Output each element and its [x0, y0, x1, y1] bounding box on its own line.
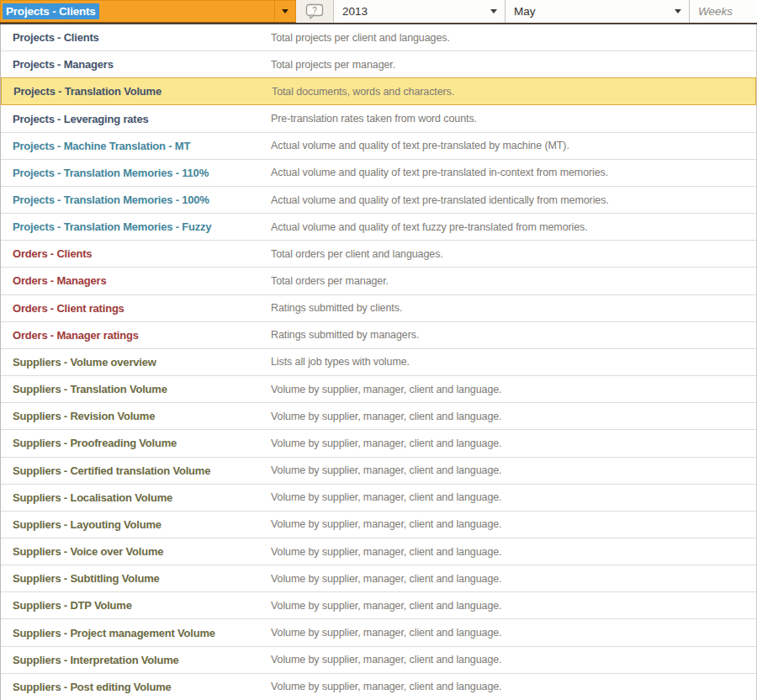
report-name: Suppliers - Certified translation Volume [1, 464, 271, 477]
report-name: Suppliers - Localisation Volume [1, 491, 271, 504]
report-name: Suppliers - Proofreading Volume [1, 437, 271, 449]
report-row[interactable]: Suppliers - DTP VolumeVolume by supplier… [1, 591, 756, 618]
help-balloon-icon: ? [305, 3, 324, 20]
report-name: Suppliers - Project management Volume [1, 627, 271, 639]
report-row[interactable]: Suppliers - Proofreading VolumeVolume by… [1, 429, 756, 456]
report-row[interactable]: Suppliers - Volume overviewLists all job… [1, 348, 756, 375]
report-row[interactable]: Projects - Translation Memories - 100%Ac… [1, 186, 756, 213]
report-row[interactable]: Orders - Manager ratingsRatings submitte… [1, 321, 756, 348]
report-description: Actual volume and quality of text pre-tr… [271, 194, 756, 206]
report-row[interactable]: Suppliers - Project management VolumeVol… [1, 618, 756, 645]
report-description: Total documents, words and characters. [272, 86, 755, 98]
report-combobox-dropdown-button[interactable] [274, 1, 295, 22]
report-description: Pre-translation rates taken from word co… [271, 113, 756, 125]
chevron-down-icon [282, 9, 289, 13]
report-name: Projects - Clients [1, 31, 271, 44]
report-name: Orders - Clients [1, 247, 271, 260]
report-description: Volume by supplier, manager, client and … [271, 654, 756, 666]
report-name: Projects - Translation Memories - 100% [1, 194, 271, 206]
report-combobox[interactable]: Projects - Clients [0, 0, 296, 23]
report-name: Suppliers - Layouting Volume [1, 518, 271, 531]
report-name: Orders - Manager ratings [1, 329, 271, 342]
report-row[interactable]: Suppliers - Interpretation VolumeVolume … [1, 646, 756, 673]
report-description: Total orders per client and languages. [271, 248, 756, 260]
report-description: Ratings submitted by clients. [271, 302, 756, 314]
report-description: Total projects per client and languages. [271, 32, 756, 44]
report-row[interactable]: Suppliers - Localisation VolumeVolume by… [1, 484, 756, 511]
report-row[interactable]: Suppliers - Subtitling VolumeVolume by s… [1, 565, 756, 591]
svg-text:?: ? [312, 5, 317, 14]
report-description: Ratings submitted by managers. [271, 329, 756, 341]
report-row[interactable]: Suppliers - Certified translation Volume… [1, 457, 756, 484]
report-list: Projects - ClientsTotal projects per cli… [0, 24, 757, 700]
report-description: Total orders per manager. [271, 275, 756, 287]
report-name: Projects - Machine Translation - MT [1, 140, 271, 152]
report-name: Suppliers - Voice over Volume [1, 545, 271, 558]
report-description: Volume by supplier, manager, client and … [271, 464, 756, 476]
chevron-down-icon [490, 9, 497, 13]
month-combobox-value: May [514, 5, 536, 18]
report-row[interactable]: Projects - Leveraging ratesPre-translati… [1, 105, 756, 131]
report-row[interactable]: Projects - Machine Translation - MTActua… [1, 132, 756, 159]
report-name: Suppliers - Volume overview [1, 356, 271, 369]
weeks-field-placeholder: Weeks [698, 5, 733, 18]
report-description: Total projects per manager. [271, 59, 756, 71]
report-name: Projects - Managers [1, 58, 271, 71]
weeks-field[interactable]: Weeks [689, 0, 757, 23]
toolbar: Projects - Clients ? 2013 May Weeks [0, 0, 757, 24]
report-description: Volume by supplier, manager, client and … [271, 681, 756, 692]
report-description: Actual volume and quality of text fuzzy … [271, 221, 756, 233]
report-description: Volume by supplier, manager, client and … [271, 384, 756, 395]
report-row[interactable]: Projects - Translation Memories - FuzzyA… [1, 213, 756, 240]
report-description: Volume by supplier, manager, client and … [271, 573, 756, 585]
year-combobox[interactable]: 2013 [333, 0, 505, 23]
report-description: Volume by supplier, manager, client and … [271, 411, 756, 422]
report-row[interactable]: Projects - Translation VolumeTotal docum… [1, 77, 756, 105]
month-combobox[interactable]: May [505, 0, 689, 23]
report-name: Suppliers - Interpretation Volume [1, 654, 271, 666]
report-description: Lists all job types with volume. [271, 356, 756, 368]
report-row[interactable]: Orders - ClientsTotal orders per client … [1, 240, 756, 267]
report-row[interactable]: Orders - ManagersTotal orders per manage… [1, 267, 756, 294]
report-name: Projects - Translation Memories - Fuzzy [1, 220, 271, 233]
report-picker-window: Projects - Clients ? 2013 May Weeks Proj… [0, 0, 757, 700]
report-row[interactable]: Projects - ManagersTotal projects per ma… [1, 50, 756, 77]
report-name: Suppliers - Subtitling Volume [1, 572, 271, 585]
report-description: Actual volume and quality of text pre-tr… [271, 140, 756, 151]
report-name: Projects - Translation Memories - 110% [1, 167, 271, 179]
report-description: Actual volume and quality of text pre-tr… [271, 167, 756, 178]
report-name: Suppliers - Revision Volume [1, 410, 271, 422]
report-combobox-value: Projects - Clients [3, 3, 99, 19]
year-combobox-value: 2013 [342, 5, 368, 18]
report-row[interactable]: Suppliers - Layouting VolumeVolume by su… [1, 511, 756, 538]
report-description: Volume by supplier, manager, client and … [271, 600, 756, 612]
report-row[interactable]: Suppliers - Voice over VolumeVolume by s… [1, 538, 756, 565]
report-name: Orders - Client ratings [1, 302, 271, 315]
report-name: Suppliers - Post editing Volume [1, 681, 271, 693]
report-description: Volume by supplier, manager, client and … [271, 627, 756, 639]
report-row[interactable]: Suppliers - Post editing VolumeVolume by… [1, 673, 756, 700]
report-description: Volume by supplier, manager, client and … [271, 518, 756, 530]
report-name: Projects - Leveraging rates [1, 113, 271, 125]
report-description: Volume by supplier, manager, client and … [271, 491, 756, 503]
chevron-down-icon [675, 9, 681, 13]
report-description: Volume by supplier, manager, client and … [271, 438, 756, 449]
report-row[interactable]: Suppliers - Translation VolumeVolume by … [1, 375, 756, 402]
report-name: Orders - Managers [1, 274, 271, 287]
report-row[interactable]: Projects - ClientsTotal projects per cli… [1, 24, 756, 50]
report-description: Volume by supplier, manager, client and … [271, 546, 756, 558]
report-row[interactable]: Orders - Client ratingsRatings submitted… [1, 294, 756, 321]
report-row[interactable]: Suppliers - Revision VolumeVolume by sup… [1, 402, 756, 429]
report-name: Suppliers - Translation Volume [1, 383, 271, 395]
help-button[interactable]: ? [296, 0, 333, 23]
report-name: Suppliers - DTP Volume [1, 599, 271, 612]
report-name: Projects - Translation Volume [2, 85, 272, 98]
report-row[interactable]: Projects - Translation Memories - 110%Ac… [1, 159, 756, 186]
